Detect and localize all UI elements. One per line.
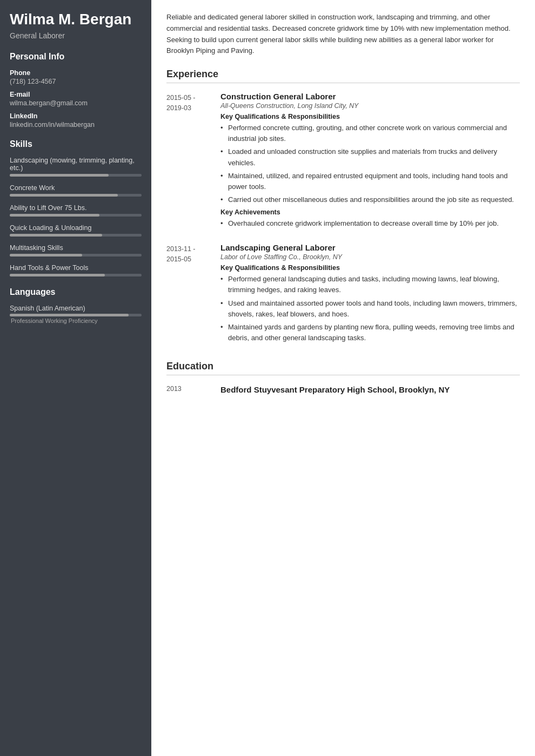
skill-bar-bg [10,254,142,256]
exp-content: Landscaping General Laborer Labor of Lov… [220,243,520,346]
skill-bar-bg [10,214,142,217]
main-content: Reliable and dedicated general laborer s… [151,0,535,756]
skill-name: Multitasking Skills [10,244,142,252]
language-bar-fill [10,314,129,316]
language-bar-bg [10,314,142,316]
candidate-title: General Laborer [10,31,142,40]
exp-job-title: Construction General Laborer [220,92,520,101]
email-value: wilma.bergan@gmail.com [10,99,142,107]
skill-bar-fill [10,274,105,276]
skill-bar-bg [10,274,142,276]
education-entry: 2013 Bedford Stuyvesant Preparatory High… [166,384,520,395]
skill-item: Multitasking Skills [10,244,142,256]
qualifications-list: Performed concrete cutting, grouting, an… [220,123,520,205]
list-item: Performed concrete cutting, grouting, an… [220,123,520,144]
list-item: Carried out other miscellaneous duties a… [220,194,520,205]
edu-school: Bedford Stuyvesant Preparatory High Scho… [220,384,450,395]
experience-entry: 2015-05 - 2019-03 Construction General L… [166,92,520,231]
achievements-heading: Key Achievements [220,208,520,216]
skill-bar-fill [10,174,109,177]
experience-entry: 2013-11 - 2015-05 Landscaping General La… [166,243,520,346]
qualifications-list: Performed general landscaping duties and… [220,274,520,343]
exp-job-title: Landscaping General Laborer [220,243,520,252]
skill-bar-bg [10,234,142,237]
skill-bar-fill [10,254,82,256]
skill-bar-bg [10,174,142,177]
skill-bar-fill [10,214,99,217]
exp-content: Construction General Laborer All-Queens … [220,92,520,231]
linkedin-label: LinkedIn [10,112,142,120]
achievements-list: Overhauled concrete gridwork implementat… [220,218,520,229]
skill-name: Ability to Lift Over 75 Lbs. [10,204,142,212]
skill-item: Concrete Work [10,184,142,197]
experience-heading: Experience [166,69,520,83]
language-name: Spanish (Latin American) [10,305,142,312]
skill-item: Landscaping (mowing, trimming, planting,… [10,157,142,177]
exp-dates: 2013-11 - 2015-05 [166,243,220,346]
exp-dates: 2015-05 - 2019-03 [166,92,220,231]
language-level: Professional Working Proficiency [10,318,142,324]
skill-name: Hand Tools & Power Tools [10,264,142,272]
languages-heading: Languages [10,287,142,297]
list-item: Performed general landscaping duties and… [220,274,520,295]
phone-label: Phone [10,69,142,77]
list-item: Maintained yards and gardens by planting… [220,322,520,343]
skill-name: Quick Loading & Unloading [10,224,142,232]
exp-company: Labor of Love Staffing Co., Brooklyn, NY [220,253,520,261]
qualifications-heading: Key Qualifications & Responsibilities [220,264,520,272]
exp-company: All-Queens Construction, Long Island Cit… [220,102,520,110]
list-item: Used and maintained assorted power tools… [220,298,520,320]
exp-date-start: 2013-11 - [166,245,196,253]
phone-value: (718) 123-4567 [10,78,142,85]
skill-item: Ability to Lift Over 75 Lbs. [10,204,142,217]
exp-date-end: 2015-05 [166,255,191,263]
edu-year: 2013 [166,384,220,395]
skill-item: Quick Loading & Unloading [10,224,142,237]
language-item: Spanish (Latin American) Professional Wo… [10,305,142,324]
list-item: Maintained, utilized, and repaired entru… [220,171,520,192]
linkedin-value: linkedin.com/in/wilmabergan [10,121,142,129]
skill-bar-fill [10,194,118,197]
skill-item: Hand Tools & Power Tools [10,264,142,276]
sidebar: Wilma M. Bergan General Laborer Personal… [0,0,151,756]
exp-date-end: 2019-03 [166,104,191,112]
skill-name: Concrete Work [10,184,142,192]
summary-text: Reliable and dedicated general laborer s… [166,12,520,57]
exp-date-start: 2015-05 - [166,94,196,102]
education-heading: Education [166,361,520,375]
skill-bar-bg [10,194,142,197]
skill-name: Landscaping (mowing, trimming, planting,… [10,157,142,172]
skills-list: Landscaping (mowing, trimming, planting,… [10,157,142,276]
skill-bar-fill [10,234,102,237]
list-item: Loaded and unloaded construction site su… [220,146,520,168]
list-item: Overhauled concrete gridwork implementat… [220,218,520,229]
email-label: E-mail [10,91,142,98]
personal-info-heading: Personal Info [10,52,142,62]
languages-list: Spanish (Latin American) Professional Wo… [10,305,142,324]
qualifications-heading: Key Qualifications & Responsibilities [220,113,520,120]
experience-section: Experience 2015-05 - 2019-03 Constructio… [166,69,520,346]
education-section: Education 2013 Bedford Stuyvesant Prepar… [166,361,520,395]
skills-heading: Skills [10,139,142,149]
candidate-name: Wilma M. Bergan [10,11,142,28]
